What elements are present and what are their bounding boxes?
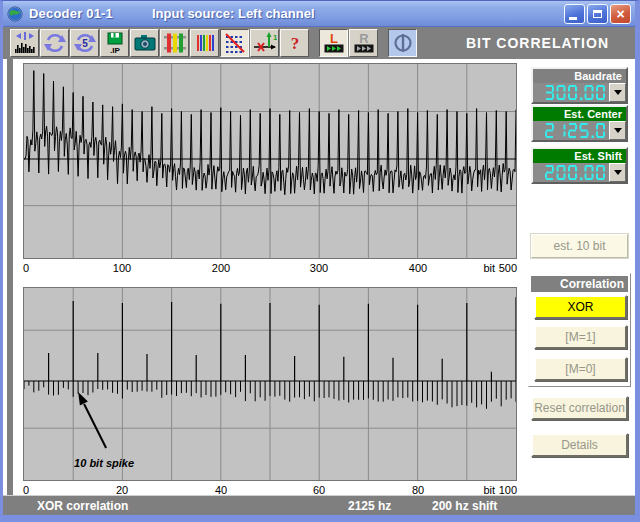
window-controls: × [564,4,631,24]
refresh-5-icon: 5 [73,31,97,55]
close-icon: × [611,5,630,23]
left-channel-button[interactable]: L [319,29,348,57]
left-channel-icon: L [322,31,346,55]
m1-button[interactable]: [M=1] [534,325,627,349]
help-button[interactable]: ? [280,29,309,57]
xor-correlation-chart: 10 bit spike [23,287,517,481]
save-ip-button[interactable]: .IP [100,29,129,57]
axis-tick-label: 100 [113,262,131,274]
baudrate-value [533,83,609,102]
power-button[interactable] [388,29,417,57]
title-bar: Decoder 01-1 Input source: Left channel … [0,1,640,27]
lcd-display [545,123,608,138]
rgb-lines-icon [193,31,217,55]
status-correlation-mode: XOR correlation [37,496,128,516]
axis-tick-label: 400 [409,262,427,274]
axis-tick-label: 500 [499,262,517,274]
refresh-icon [43,31,67,55]
maximize-button[interactable] [587,4,608,24]
baudrate-dropdown[interactable] [609,83,626,102]
spectrum-analyzer-button[interactable] [10,29,39,57]
refresh-5-button[interactable]: 5 [70,29,99,57]
correlation-group: Correlation XOR [M=1] [M=0] [528,273,631,387]
details-button[interactable]: Details [531,433,628,457]
toolbar: 5.IP1?LR BIT CORRELATION [3,27,635,59]
chevron-down-icon [614,170,622,179]
est-center-panel: Est. Center [531,105,628,142]
lcd-display [545,85,608,100]
grid-crossed-icon [223,31,247,55]
right-channel-icon: R [352,31,376,55]
save-ip-icon: .IP [103,31,127,55]
correlation-heading: Correlation [531,276,628,292]
right-channel-button[interactable]: R [349,29,378,57]
close-button[interactable]: × [610,4,631,24]
chevron-down-icon [614,90,622,99]
lcd-display [545,165,608,180]
spectrum-analyzer-icon [13,31,37,55]
baudrate-panel: Baudrate [531,67,628,104]
minimize-icon [569,17,577,20]
svg-text:?: ? [290,34,299,53]
chart-annotation: 10 bit spike [74,457,134,469]
axis-tick-label: 200 [212,262,230,274]
axis-tick-label: bit [483,262,495,274]
est-shift-dropdown[interactable] [609,163,626,182]
bit-axis-labels: 0100200300400bit500 [23,262,523,276]
input-source-label: Input source: Left channel [152,6,315,21]
minimize-button[interactable] [564,4,585,24]
est-center-dropdown[interactable] [609,121,626,140]
m0-button[interactable]: [M=0] [534,357,627,381]
axis-tick-label: 0 [23,262,29,274]
est-shift-header: Est. Shift [533,149,626,163]
svg-text:L: L [330,31,338,46]
xor-correlation-canvas: 10 bit spike [24,288,516,480]
client-area: 0100200300400bit500 10 bit spike 0204060… [3,59,635,516]
snapshot-camera-button[interactable] [130,29,159,57]
toolbar-buttons: 5.IP1?LR [10,29,418,57]
help-icon: ? [283,31,307,55]
rgb-bars-icon [163,31,187,55]
rgb-lines-button[interactable] [190,29,219,57]
power-icon [391,31,415,55]
svg-text:5: 5 [82,38,88,49]
bit-correlation-chart [23,63,517,259]
app-window: Decoder 01-1 Input source: Left channel … [0,0,640,522]
axis-tick-label: 300 [310,262,328,274]
refresh-button[interactable] [40,29,69,57]
screen-title: BIT CORRELATION [466,27,609,59]
globe-app-icon [7,6,23,22]
status-frequency: 2125 hz [348,496,391,516]
svg-text:.IP: .IP [110,46,120,55]
status-bar: XOR correlation 2125 hz 200 hz shift [3,495,635,516]
axis-tune-button[interactable]: 1 [250,29,279,57]
axis-tune-icon: 1 [253,31,277,55]
xor-button[interactable]: XOR [534,295,627,319]
baudrate-header: Baudrate [533,69,626,83]
chevron-down-icon [614,128,622,137]
estimate-10bit-button[interactable]: est. 10 bit [531,234,628,258]
est-center-value [533,121,609,140]
grid-crossed-button[interactable] [220,29,249,57]
left-divider [7,59,13,495]
rgb-bars-button[interactable] [160,29,189,57]
window-title: Decoder 01-1 [29,6,113,21]
svg-text:R: R [359,31,369,46]
est-shift-panel: Est. Shift [531,147,628,184]
status-shift: 200 hz shift [432,496,497,516]
reset-correlation-button[interactable]: Reset correlation [531,396,628,420]
bit-correlation-canvas [24,64,516,258]
est-shift-value [533,163,609,182]
est-center-header: Est. Center [533,107,626,121]
maximize-icon [593,10,602,18]
svg-text:1: 1 [273,33,277,42]
snapshot-camera-icon [133,31,157,55]
